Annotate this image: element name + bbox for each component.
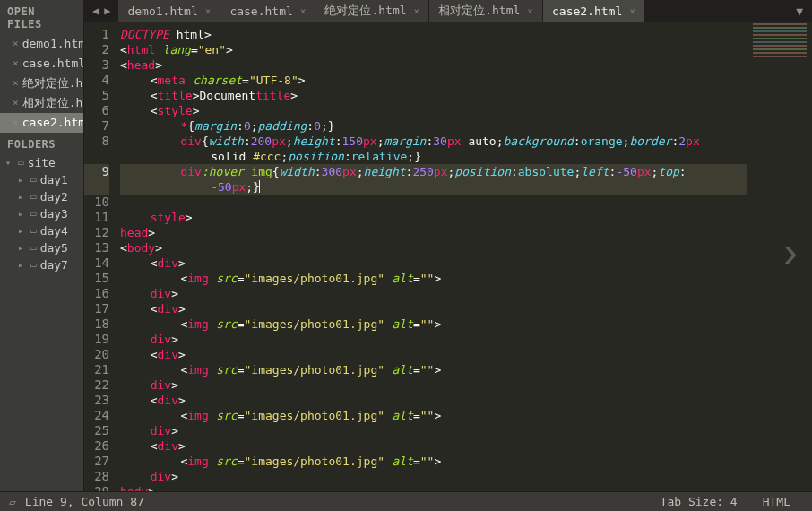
gutter: 1234567891011121314151617181920212223242… <box>84 22 117 491</box>
status-bar: ▱ Line 9, Column 87 Tab Size: 4 HTML <box>0 491 812 511</box>
folder-label: day1 <box>40 173 68 186</box>
tab-overflow-icon[interactable]: ▼ <box>787 4 812 18</box>
close-icon[interactable]: × <box>520 5 533 17</box>
folder-icon: ▭ <box>30 191 37 203</box>
folder-item[interactable]: ▸▭day5 <box>2 239 83 256</box>
code-area[interactable]: DOCTYPE html><html lang="en"><head> <met… <box>117 22 812 491</box>
tab[interactable]: demo1.html× <box>118 0 220 22</box>
folder-icon: ▭ <box>30 259 37 271</box>
status-tab-size[interactable]: Tab Size: 4 <box>648 495 750 508</box>
status-lang[interactable]: HTML <box>750 495 803 508</box>
open-file-item[interactable]: ×demo1.html <box>0 34 83 54</box>
close-icon[interactable]: × <box>13 37 19 51</box>
close-icon[interactable]: × <box>13 96 19 110</box>
folder-icon: ▭ <box>30 225 37 237</box>
folder-label: day2 <box>40 190 68 204</box>
open-file-label: case.html <box>22 56 84 71</box>
chevron-right-icon: ▸ <box>18 209 29 219</box>
folder-icon: ▭ <box>30 208 37 220</box>
tab-label: 相对定位.html <box>438 3 520 19</box>
open-file-label: demo1.html <box>22 37 84 51</box>
nav-back-icon[interactable]: ◀ <box>90 4 101 17</box>
tab[interactable]: case.html× <box>220 0 315 22</box>
tab-label: case.html <box>229 4 292 18</box>
chevron-right-icon: ▸ <box>18 260 29 270</box>
open-file-label: 相对定位.html <box>22 96 84 110</box>
folder-item[interactable]: ▸▭day3 <box>2 205 83 222</box>
tab[interactable]: 相对定位.html× <box>429 0 543 22</box>
tab-label: case2.html <box>552 4 622 18</box>
tab-label: demo1.html <box>127 4 197 18</box>
folder-item[interactable]: ▸▭day4 <box>2 222 83 239</box>
folder-root[interactable]: ▾ ▭ site <box>2 154 83 171</box>
folder-label: day5 <box>40 241 68 255</box>
folders-header: FOLDERS <box>0 133 83 154</box>
tab-history-nav: ◀ ▶ <box>84 4 118 17</box>
editor[interactable]: 1234567891011121314151617181920212223242… <box>84 22 812 491</box>
folder-icon: ▭ <box>30 174 37 186</box>
tab[interactable]: case2.html× <box>543 0 645 22</box>
close-icon[interactable]: × <box>622 5 635 17</box>
close-icon[interactable]: × <box>13 56 19 71</box>
chevron-right-icon: ▸ <box>18 192 29 202</box>
folder-item[interactable]: ▸▭day7 <box>2 256 83 273</box>
open-file-label: 绝对定位.html <box>22 76 84 91</box>
tab[interactable]: 绝对定位.html× <box>315 0 429 22</box>
folder-icon: ▭ <box>18 157 24 169</box>
sidebar: OPEN FILES ×demo1.html×case.html×绝对定位.ht… <box>0 0 84 491</box>
folder-label: day7 <box>40 258 68 272</box>
close-icon[interactable]: × <box>198 5 212 17</box>
nav-forward-icon[interactable]: ▶ <box>101 4 113 17</box>
open-file-item[interactable]: ×case.html <box>0 54 83 74</box>
open-file-item[interactable]: ×case2.html <box>0 113 83 133</box>
chevron-right-icon: ▸ <box>18 175 29 185</box>
tab-bar: ◀ ▶ demo1.html×case.html×绝对定位.html×相对定位.… <box>84 0 812 22</box>
chevron-right-icon: ▸ <box>18 243 29 253</box>
open-files-header: OPEN FILES <box>0 0 83 34</box>
close-icon[interactable]: × <box>407 5 420 17</box>
open-file-item[interactable]: ×相对定位.html <box>0 93 83 113</box>
chevron-down-icon: ▾ <box>5 158 16 168</box>
open-file-item[interactable]: ×绝对定位.html <box>0 74 83 93</box>
folder-label: day4 <box>40 224 68 238</box>
status-cursor[interactable]: Line 9, Column 87 <box>25 495 144 508</box>
folder-label: site <box>28 156 56 169</box>
folder-item[interactable]: ▸▭day2 <box>2 188 83 205</box>
folder-item[interactable]: ▸▭day1 <box>2 171 83 188</box>
panel-switch-icon[interactable]: ▱ <box>9 495 16 508</box>
close-icon[interactable]: × <box>13 76 19 91</box>
chevron-right-icon: ▸ <box>18 226 29 236</box>
close-icon[interactable]: × <box>13 116 19 130</box>
folder-icon: ▭ <box>30 242 37 254</box>
close-icon[interactable]: × <box>293 5 307 17</box>
folder-label: day3 <box>40 207 68 221</box>
open-file-label: case2.html <box>22 116 84 130</box>
tab-label: 绝对定位.html <box>324 3 406 19</box>
